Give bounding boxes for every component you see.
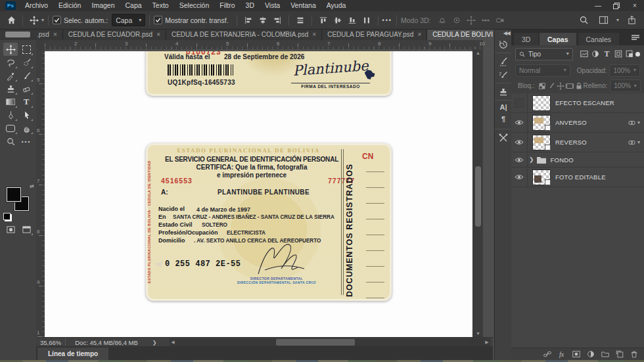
menu-item-vista[interactable]: Vista <box>260 0 285 11</box>
path-selection-tool[interactable] <box>19 108 34 122</box>
foreground-color-swatch[interactable] <box>7 187 21 202</box>
history-panel-icon[interactable] <box>495 39 512 50</box>
layer-thumbnail[interactable] <box>532 170 551 185</box>
auto-select-dropdown[interactable]: Capa ▾ <box>112 14 145 26</box>
group-disclosure-icon[interactable]: ❯ <box>529 156 534 163</box>
filter-shape-layers-icon[interactable] <box>612 48 624 60</box>
filter-type-dropdown[interactable]: Tipo ▾ <box>515 48 573 60</box>
vertical-scrollbar[interactable]: ▲ ▼ <box>472 49 483 337</box>
brush-tool[interactable] <box>19 69 34 82</box>
filter-smart-objects-icon[interactable] <box>624 48 635 60</box>
layer-visibility-toggle[interactable] <box>511 168 528 187</box>
document-tab[interactable]: CEDULA DE ECUADOR.psd× <box>63 29 166 40</box>
ruler-corner[interactable] <box>36 40 45 50</box>
layer-visibility-toggle[interactable] <box>511 93 528 112</box>
gradient-tool[interactable] <box>3 95 18 108</box>
menu-item-archivo[interactable]: Archivo <box>20 0 53 11</box>
panel-tab-capas[interactable]: Capas <box>540 33 576 45</box>
document-tab[interactable]: CEDULA DE EXTRANJERIA - COLOMBIA.psd× <box>166 29 322 40</box>
filter-pixel-layers-icon[interactable] <box>578 48 589 60</box>
collapse-panels-icon[interactable]: ◀◀ <box>503 30 510 36</box>
more-options-icon[interactable]: ••• <box>382 17 392 24</box>
menu-item-texto[interactable]: Texto <box>147 0 174 11</box>
menu-item-imagen[interactable]: Imagen <box>86 0 120 11</box>
menu-item-ayuda[interactable]: Ayuda <box>321 0 352 11</box>
type-tool[interactable]: T <box>19 95 34 108</box>
brush-settings-panel-icon[interactable] <box>495 57 512 67</box>
screen-mode-icon[interactable] <box>19 223 34 236</box>
workspace-icon[interactable] <box>597 13 611 28</box>
move-tool-chevron[interactable]: ▾ <box>41 18 44 23</box>
default-colors-icon[interactable] <box>3 213 11 220</box>
shape-tool[interactable] <box>3 122 18 135</box>
tab-close-icon[interactable]: × <box>312 31 316 38</box>
menu-item-edición[interactable]: Edición <box>53 0 86 11</box>
smart-filter-icon[interactable] <box>628 120 636 126</box>
tab-close-icon[interactable]: × <box>156 31 160 38</box>
layer-visibility-toggle[interactable] <box>511 152 528 167</box>
blend-mode-dropdown[interactable]: Normal ▾ <box>515 64 570 77</box>
smart-filter-icon[interactable] <box>628 139 636 146</box>
clone-stamp-tool[interactable] <box>3 82 18 95</box>
move-tool-icon[interactable] <box>27 13 41 28</box>
eyedropper-tool[interactable] <box>3 69 18 82</box>
panel-tab-canales[interactable]: Canales <box>578 33 620 45</box>
quick-selection-tool[interactable] <box>19 56 34 69</box>
lock-transparent-pixels-icon[interactable] <box>538 80 547 92</box>
opacity-field[interactable]: 100% ▾ <box>609 64 640 77</box>
link-layers-icon[interactable] <box>542 350 552 359</box>
align-horizontal-centers-icon[interactable] <box>256 13 270 28</box>
lock-image-pixels-icon[interactable] <box>547 80 556 92</box>
layer-row-anverso[interactable]: ANVERSO▾ <box>511 113 644 133</box>
timeline-tab[interactable]: Línea de tiempo <box>37 348 108 360</box>
character-panel-icon[interactable]: A| <box>495 104 512 111</box>
layer-thumbnail[interactable] <box>532 95 551 111</box>
status-options-chevron[interactable]: ❯ <box>147 340 162 346</box>
horizontal-scroll-thumb[interactable] <box>276 339 355 346</box>
tab-close-icon[interactable]: × <box>53 31 57 38</box>
zoom-level-field[interactable]: 35,66% <box>36 338 66 347</box>
brushes-panel-icon[interactable] <box>495 70 512 80</box>
document-tab[interactable]: CEDULA DE BOLIVIA.psd al 35,7% (RGB/8)× <box>427 29 493 40</box>
menu-item-3d[interactable]: 3D <box>241 0 260 11</box>
filter-type-layers-icon[interactable]: T <box>601 48 612 60</box>
layer-row-fondo[interactable]: ❯FONDO <box>511 152 644 168</box>
quick-mask-icon[interactable] <box>3 223 18 236</box>
layer-row-efecto-escaner[interactable]: EFECTO ESCANER <box>511 93 644 113</box>
lock-all-icon[interactable] <box>574 80 584 92</box>
new-layer-icon[interactable] <box>614 350 624 359</box>
scroll-right-icon[interactable]: ▶ <box>484 338 490 346</box>
menu-item-filtro[interactable]: Filtro <box>214 0 240 11</box>
workspace-chevron[interactable]: ▾ <box>616 18 619 23</box>
align-bottom-edges-icon[interactable] <box>345 13 359 28</box>
restore-button[interactable] <box>607 0 626 11</box>
layer-effects-icon[interactable]: fx <box>557 350 566 359</box>
layer-thumbnail[interactable] <box>532 115 551 131</box>
lock-artboard-icon[interactable] <box>565 80 574 92</box>
document-tab[interactable]: CEDULA DE PARAGUAY.psd× <box>322 29 427 40</box>
align-top-edges-icon[interactable] <box>316 13 331 28</box>
layer-filtering-toggle[interactable] <box>635 52 640 57</box>
scroll-left-icon[interactable]: ◀ <box>170 338 176 346</box>
adjustment-layer-icon[interactable] <box>586 350 595 359</box>
document-tab[interactable]: .psd× <box>0 29 63 40</box>
new-group-icon[interactable] <box>600 350 610 359</box>
vertical-scroll-thumb[interactable] <box>475 166 481 227</box>
layer-visibility-toggle[interactable] <box>511 133 528 152</box>
tool-presets-panel-icon[interactable] <box>495 133 512 143</box>
panel-tab-3d[interactable]: 3D <box>514 33 538 45</box>
pen-tool[interactable] <box>3 108 18 122</box>
close-button[interactable]: × <box>626 0 644 11</box>
minimize-button[interactable]: — <box>589 0 607 11</box>
marquee-tool[interactable] <box>19 43 34 56</box>
chevron-down-icon[interactable]: ▾ <box>637 120 640 125</box>
auto-select-checkbox[interactable] <box>53 16 61 24</box>
home-icon[interactable] <box>4 13 18 28</box>
menu-item-selección[interactable]: Selección <box>174 0 215 11</box>
eraser-tool[interactable] <box>19 82 34 95</box>
layer-visibility-toggle[interactable] <box>511 113 528 132</box>
menu-item-capa[interactable]: Capa <box>120 0 147 11</box>
delete-layer-icon[interactable] <box>629 350 639 359</box>
align-vertical-centers-icon[interactable] <box>331 13 345 28</box>
align-left-edges-icon[interactable] <box>241 13 256 28</box>
